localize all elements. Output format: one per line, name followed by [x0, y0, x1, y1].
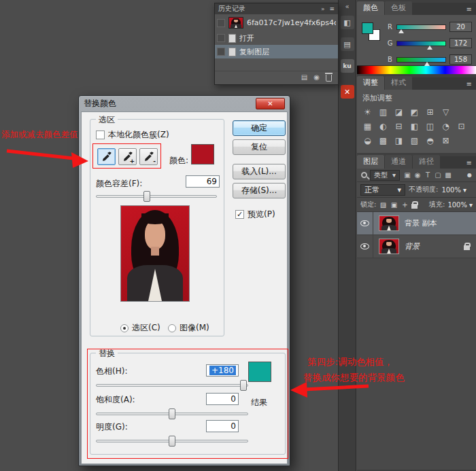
result-color-swatch[interactable] [248, 362, 271, 382]
blue-channel-value[interactable]: 158 [449, 54, 472, 65]
tab-paths[interactable]: 路径 [413, 155, 440, 169]
eyedropper-plus-button[interactable]: + [118, 148, 137, 165]
dock-kuler-icon[interactable]: ku [341, 59, 354, 73]
panel-menu-icon[interactable]: ≡ [462, 5, 476, 15]
color-lookup-icon[interactable]: ◔ [439, 120, 452, 133]
filter-type-icon[interactable]: T [423, 171, 432, 179]
dock-close-x-icon[interactable]: ✕ [341, 85, 354, 99]
tab-styles[interactable]: 样式 [385, 76, 412, 90]
fuzziness-slider[interactable] [96, 190, 217, 203]
opacity-value[interactable]: 100% ▾ [441, 186, 466, 194]
localized-color-clusters-checkbox[interactable]: 本地化颜色簇(Z) [96, 129, 169, 141]
slider-thumb[interactable] [143, 191, 150, 202]
history-step-open[interactable]: 打开 [215, 31, 338, 45]
visibility-eye-icon[interactable] [357, 212, 373, 234]
lock-position-icon[interactable]: + [401, 201, 409, 209]
collapse-panel-icon[interactable]: » [321, 5, 325, 12]
foreground-color-swatch[interactable] [362, 22, 373, 34]
posterize-icon[interactable]: ◒ [361, 135, 374, 147]
checkbox-box[interactable] [96, 130, 105, 139]
adjustment-icon[interactable]: ⊠ [439, 135, 452, 147]
ok-button[interactable]: 确定 [233, 120, 286, 136]
saturation-input[interactable]: 0 [206, 393, 239, 405]
foreground-background-swatches[interactable] [362, 22, 382, 43]
saturation-slider[interactable] [96, 408, 248, 420]
checkbox-box[interactable]: ✓ [235, 210, 244, 219]
layer-row-background[interactable]: 背景 [357, 235, 476, 258]
tab-swatches[interactable]: 色板 [385, 1, 412, 15]
panel-menu-icon[interactable]: ≡ [462, 80, 476, 90]
history-brush-source-box[interactable] [217, 19, 225, 27]
vibrance-icon[interactable]: ⊞ [424, 106, 437, 118]
selective-color-icon[interactable]: ▧ [408, 135, 421, 147]
threshold-icon[interactable]: ▩ [377, 135, 390, 147]
save-button[interactable]: 存储(S)... [233, 183, 286, 198]
new-document-from-state-icon[interactable]: ▤ [301, 73, 307, 81]
selected-color-swatch[interactable] [191, 144, 214, 164]
invert-icon[interactable]: ⊡ [455, 120, 468, 133]
dialog-titlebar[interactable]: 替换颜色 ✕ [81, 96, 288, 111]
filter-smart-object-icon[interactable]: ▩ [443, 171, 453, 179]
tab-layers[interactable]: 图层 [357, 155, 384, 169]
radio-circle[interactable] [168, 324, 176, 332]
blue-channel-slider[interactable] [396, 57, 446, 63]
layer-thumbnail[interactable] [379, 239, 399, 254]
new-snapshot-icon[interactable]: ◉ [313, 73, 320, 81]
history-brush-source-box[interactable] [217, 34, 225, 42]
selection-preview-image[interactable] [120, 205, 190, 302]
filter-kind-select[interactable]: 类型 ▾ [370, 170, 400, 181]
triangle-icon[interactable]: ▽ [439, 106, 452, 118]
green-channel-slider[interactable] [396, 41, 446, 46]
color-balance-icon[interactable]: ◐ [377, 120, 390, 133]
slider-thumb[interactable] [169, 408, 175, 419]
radio-circle[interactable] [120, 324, 129, 332]
close-icon[interactable]: ✕ [256, 98, 285, 109]
lightness-input[interactable]: 0 [206, 420, 239, 432]
tab-color[interactable]: 颜色 [357, 1, 384, 15]
slider-thumb[interactable] [169, 436, 175, 447]
layer-name[interactable]: 背景 副本 [405, 218, 437, 228]
radio-selection[interactable]: 选区(C) [120, 322, 160, 334]
load-button[interactable]: 载入(L)... [233, 164, 286, 179]
lightness-slider[interactable] [96, 435, 248, 447]
red-channel-value[interactable]: 20 [449, 22, 472, 32]
layer-row-background-copy[interactable]: 背景 副本 [357, 212, 476, 235]
lock-transparency-icon[interactable]: ▨ [379, 201, 387, 209]
fuzziness-input[interactable]: 69 [186, 175, 220, 188]
hue-input[interactable]: +180 [206, 364, 239, 377]
red-channel-slider[interactable] [396, 24, 446, 30]
expand-panels-icon[interactable]: « [345, 3, 349, 10]
snapshot-thumbnail[interactable] [228, 17, 243, 29]
gradient-map-icon[interactable]: ◨ [392, 135, 405, 147]
hue-saturation-icon[interactable]: ▦ [361, 120, 374, 133]
eyedropper-button[interactable] [97, 148, 116, 165]
slider-thumb[interactable] [240, 380, 247, 391]
levels-icon[interactable]: ▥ [377, 106, 390, 118]
panel-menu-icon[interactable]: ≡ [462, 159, 476, 169]
green-channel-value[interactable]: 172 [449, 38, 472, 48]
eyedropper-minus-button[interactable]: - [139, 148, 158, 165]
preview-checkbox[interactable]: ✓ 预览(P) [235, 209, 275, 220]
reset-button[interactable]: 复位 [233, 139, 286, 155]
channel-mixer-icon[interactable]: ◫ [424, 120, 437, 133]
brightness-contrast-icon[interactable]: ☀ [361, 106, 374, 118]
history-step-duplicate-layer[interactable]: 复制图层 [215, 45, 338, 58]
radio-image[interactable]: 图像(M) [168, 322, 209, 334]
filter-adjustment-icon[interactable]: ◉ [413, 171, 422, 179]
curves-icon[interactable]: ◪ [392, 106, 405, 118]
filter-pixel-icon[interactable]: ▣ [403, 171, 412, 179]
panel-menu-icon[interactable]: ≡ [329, 5, 335, 12]
color-spectrum-ramp[interactable] [357, 65, 476, 74]
delete-state-icon[interactable] [326, 75, 332, 82]
lock-all-icon[interactable] [411, 204, 418, 209]
exposure-icon[interactable]: ◩ [408, 106, 421, 118]
filter-toggle-icon[interactable]: ● [467, 172, 473, 178]
photo-filter-icon[interactable]: ◧ [408, 120, 421, 133]
blend-mode-select[interactable]: 正常 ▾ [360, 184, 405, 196]
dock-adjustments-icon[interactable]: ◧ [341, 16, 354, 29]
dock-info-icon[interactable]: ▤ [341, 37, 354, 51]
lock-pixels-icon[interactable]: ▣ [390, 201, 398, 209]
history-brush-source-box[interactable] [217, 48, 225, 56]
adjustment-icon[interactable]: ◓ [424, 135, 437, 147]
visibility-eye-icon[interactable] [357, 235, 373, 258]
